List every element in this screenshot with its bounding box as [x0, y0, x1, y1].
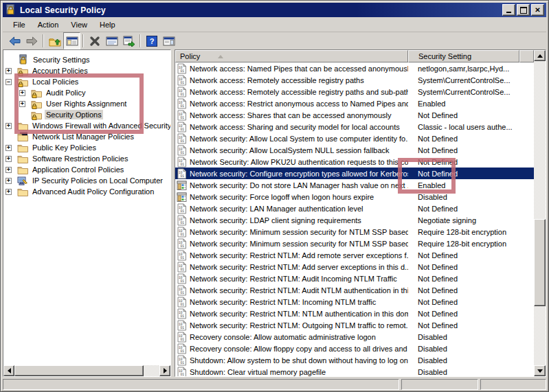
column-header-policy[interactable]: Policy — [175, 50, 408, 62]
expand-toggle-icon[interactable]: + — [19, 90, 25, 96]
expand-toggle-icon[interactable]: + — [5, 178, 12, 184]
policy-name: Network access: Remotely accessible regi… — [190, 76, 408, 84]
policy-row-network-security-minimum-session-security-for-nt[interactable]: 1001 Network security: Minimum session s… — [175, 238, 534, 249]
close-button[interactable]: ✕ — [531, 4, 544, 16]
tree-item-audit-policy[interactable]: + Audit Policy — [19, 87, 170, 98]
scrollbar-thumb[interactable] — [14, 365, 144, 376]
folder-dark-icon — [17, 132, 28, 142]
show-action-pane-button[interactable] — [160, 32, 177, 49]
policy-row-network-security-restrict-ntlm-outgoing-ntlm-tra[interactable]: 1001 Network security: Restrict NTLM: Ou… — [175, 319, 534, 331]
list-vertical-scrollbar[interactable] — [534, 50, 546, 376]
policy-row-network-security-restrict-ntlm-add-server-except[interactable]: 1001 Network security: Restrict NTLM: Ad… — [175, 261, 534, 273]
policy-row-network-access-remotely-accessible-registry-path[interactable]: 1001 Network access: Remotely accessible… — [175, 74, 534, 86]
expand-toggle-icon[interactable]: + — [19, 101, 25, 107]
tree-item-security-settings[interactable]: Security Settings — [6, 54, 170, 65]
tree-item-public-key-policies[interactable]: + Public Key Policies — [5, 142, 170, 153]
column-header-security-setting[interactable]: Security Setting — [408, 50, 519, 62]
expand-toggle-icon[interactable]: + — [5, 189, 12, 195]
maximize-button[interactable] — [517, 4, 530, 16]
tree-item-network-list-manager-policies[interactable]: Network List Manager Policies — [5, 131, 170, 142]
menu-view[interactable]: View — [65, 19, 93, 30]
tree-item-application-control-policies[interactable]: + Application Control Policies — [5, 164, 170, 175]
policy-row-network-security-restrict-ntlm-add-remote-server[interactable]: 1001 Network security: Restrict NTLM: Ad… — [175, 249, 534, 261]
expand-toggle-icon[interactable]: + — [5, 167, 12, 173]
policy-row-network-security-ldap-client-signing-requirement[interactable]: 1001 Network security: LDAP client signi… — [175, 214, 534, 226]
scroll-left-icon — [8, 368, 11, 373]
tree-item-local-policies[interactable]: − Local Policies — [5, 76, 170, 87]
policy-row-network-access-restrict-anonymous-access-to-name[interactable]: 1001 Network access: Restrict anonymous … — [175, 97, 534, 109]
list-header: Policy Security Setting — [175, 50, 534, 62]
policy-row-network-security-allow-local-system-to-use-compu[interactable]: 1001 Network security: Allow Local Syste… — [175, 132, 534, 144]
expand-toggle-icon[interactable]: + — [5, 123, 12, 129]
scroll-left-button[interactable] — [3, 365, 14, 376]
scrollbar-thumb[interactable] — [534, 219, 546, 306]
tree-item-ip-security-policies-on-local-computer[interactable]: + IP Security Policies on Local Computer — [5, 175, 170, 186]
security-setting-value: Not Defined — [408, 275, 519, 283]
policy-row-network-security-configure-encryption-types-allo[interactable]: 1001 Network security: Configure encrypt… — [175, 168, 534, 179]
content-area: Security Settings + Account Policies − L… — [3, 49, 546, 377]
expand-toggle-icon[interactable]: + — [5, 156, 12, 162]
forward-button[interactable] — [23, 32, 41, 49]
policy-row-shutdown-allow-system-to-be-shut-down-without-ha[interactable]: 1001 Shutdown: Allow system to be shut d… — [175, 354, 534, 366]
security-setting-value: Require 128-bit encryption — [408, 240, 519, 248]
expand-toggle-icon[interactable]: + — [5, 145, 12, 151]
policy-row-shutdown-clear-virtual-memory-pagefile[interactable]: 1001 Shutdown: Clear virtual memory page… — [175, 366, 534, 376]
policy-row-network-security-allow-localsystem-null-session-[interactable]: 1001 Network security: Allow LocalSystem… — [175, 144, 534, 156]
scroll-down-icon — [537, 369, 543, 373]
menu-help[interactable]: Help — [93, 19, 122, 30]
policy-row-network-security-restrict-ntlm-ntlm-authenticati[interactable]: 1001 Network security: Restrict NTLM: NT… — [175, 308, 534, 319]
policy-row-network-security-restrict-ntlm-audit-ntlm-authen[interactable]: 1001 Network security: Restrict NTLM: Au… — [175, 284, 534, 296]
delete-button[interactable] — [86, 32, 103, 49]
policy-name: Network access: Remotely accessible regi… — [190, 88, 408, 96]
policy-row-recovery-console-allow-floppy-copy-and-access-to[interactable]: 1001 Recovery console: Allow floppy copy… — [175, 343, 534, 354]
tree-item-software-restriction-policies[interactable]: + Software Restriction Policies — [5, 153, 170, 164]
tree-horizontal-scrollbar[interactable] — [3, 365, 170, 376]
policy-row-network-access-named-pipes-that-can-be-accessed-[interactable]: 1001 Network access: Named Pipes that ca… — [175, 62, 534, 74]
tree-item-user-rights-assignment[interactable]: + User Rights Assignment — [19, 98, 170, 109]
tree-item-account-policies[interactable]: + Account Policies — [5, 65, 170, 76]
minimize-button[interactable] — [502, 4, 515, 16]
lock-folder-icon — [17, 77, 28, 87]
policy-list-pane: Policy Security Setting 1001 Network acc… — [175, 49, 546, 377]
scroll-right-button[interactable] — [159, 365, 170, 376]
policy-row-network-security-lan-manager-authentication-leve[interactable]: 1001 Network security: LAN Manager authe… — [175, 203, 534, 214]
menu-file[interactable]: File — [7, 19, 32, 30]
security-setting-value: Not Defined — [408, 135, 519, 143]
policy-row-recovery-console-allow-automatic-administrative-[interactable]: 1001 Recovery console: Allow automatic a… — [175, 331, 534, 343]
tree-item-windows-firewall-with-advanced-security[interactable]: + Windows Firewall with Advanced Securit… — [5, 120, 170, 131]
policy-row-network-security-do-not-store-lan-manager-hash-v[interactable]: Network security: Do not store LAN Manag… — [175, 179, 534, 191]
properties-window-icon — [106, 36, 118, 47]
export-list-button[interactable] — [120, 32, 137, 49]
policy-name: Network security: Restrict NTLM: Audit I… — [190, 275, 408, 283]
policy-row-network-security-minimum-session-security-for-nt[interactable]: 1001 Network security: Minimum session s… — [175, 226, 534, 238]
scrollbar-track[interactable] — [14, 365, 159, 376]
svg-text:01: 01 — [181, 338, 185, 341]
scroll-down-button[interactable] — [534, 365, 546, 376]
svg-text:01: 01 — [181, 291, 185, 295]
expand-toggle-icon[interactable]: − — [5, 79, 12, 85]
policy-row-network-access-sharing-and-security-model-for-lo[interactable]: 1001 Network access: Sharing and securit… — [175, 121, 534, 132]
up-one-level-button[interactable] — [46, 32, 63, 49]
help-icon: ? — [146, 36, 157, 47]
tree-item-advanced-audit-policy-configuration[interactable]: + Advanced Audit Policy Configuration — [5, 186, 170, 197]
status-bar — [3, 379, 546, 390]
policy-row-network-access-remotely-accessible-registry-path[interactable]: 1001 Network access: Remotely accessible… — [175, 86, 534, 97]
properties-button[interactable] — [103, 32, 120, 49]
security-setting-value: Disabled — [408, 345, 519, 353]
policy-row-network-security-allow-pku2u-authentication-requ[interactable]: 1001 Network Security: Allow PKU2U authe… — [175, 156, 534, 168]
tree-item-security-options[interactable]: Security Options — [19, 109, 170, 120]
scrollbar-track[interactable] — [534, 61, 546, 365]
help-button[interactable]: ? — [143, 32, 160, 49]
policy-row-network-security-restrict-ntlm-audit-incoming-nt[interactable]: 1001 Network security: Restrict NTLM: Au… — [175, 273, 534, 284]
scroll-up-button[interactable] — [534, 50, 546, 61]
show-console-tree-button[interactable] — [63, 32, 80, 49]
menu-action[interactable]: Action — [32, 19, 65, 30]
policy-row-network-access-shares-that-can-be-accessed-anony[interactable]: 1001 Network access: Shares that can be … — [175, 109, 534, 121]
tree-item-label: Network List Manager Policies — [31, 132, 135, 141]
back-button[interactable] — [6, 32, 23, 49]
tree-item-label: Software Restriction Policies — [31, 154, 129, 163]
policy-row-network-security-restrict-ntlm-incoming-ntlm-tra[interactable]: 1001 Network security: Restrict NTLM: In… — [175, 296, 534, 308]
expand-toggle-icon[interactable]: + — [5, 68, 12, 74]
security-setting-value: Enabled — [408, 181, 519, 189]
policy-row-network-security-force-logoff-when-logon-hours-e[interactable]: Network security: Force logoff when logo… — [175, 191, 534, 203]
